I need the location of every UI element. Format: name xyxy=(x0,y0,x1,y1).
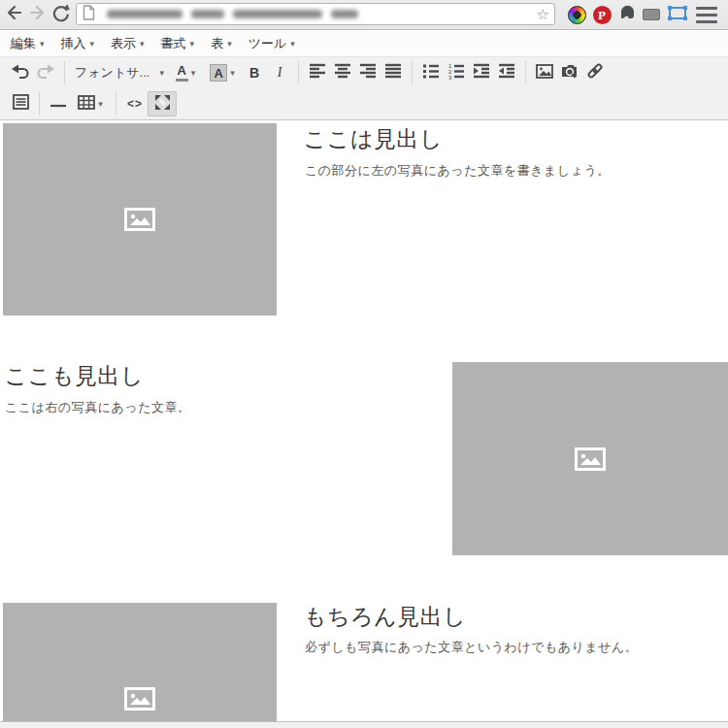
browser-window: ☆ P 編集 ▾ 挿入 xyxy=(0,0,728,728)
menu-insert[interactable]: 挿入 ▾ xyxy=(57,32,99,55)
bullet-list-button[interactable] xyxy=(418,60,444,85)
caret-down-icon: ▾ xyxy=(191,69,196,78)
back-button[interactable] xyxy=(4,4,25,25)
section-3-heading[interactable]: もちろん見出し xyxy=(304,602,466,632)
caret-down-icon: ▾ xyxy=(290,40,295,49)
align-left-icon xyxy=(309,62,326,83)
elephant-icon xyxy=(618,4,637,26)
font-size-label: フォントサ... xyxy=(75,64,149,82)
caret-down-icon: ▾ xyxy=(40,40,45,49)
align-justify-icon xyxy=(384,62,402,83)
menu-format-label: 書式 xyxy=(161,35,186,52)
bold-button[interactable]: B xyxy=(242,60,267,85)
toolbar-separator xyxy=(298,61,299,84)
align-center-icon xyxy=(334,62,351,83)
background-color-icon: A xyxy=(210,64,227,82)
menu-view[interactable]: 表示 ▾ xyxy=(107,32,149,55)
section-3-paragraph[interactable]: 必ずしも写真にあった文章というわけでもありません。 xyxy=(305,639,638,656)
text-color-icon: A xyxy=(176,64,188,82)
indent-button[interactable] xyxy=(494,60,519,85)
link-icon xyxy=(586,62,604,83)
back-arrow-icon xyxy=(5,3,24,26)
toolbar-row-2: ▾ <> xyxy=(0,88,728,119)
italic-button[interactable]: I xyxy=(267,60,292,85)
pinterest-extension-icon[interactable]: P xyxy=(592,5,612,24)
editor-content-area[interactable]: ここは見出し この部分に左の写真にあった文章を書きましょう。 ここも見出し ここ… xyxy=(0,120,728,721)
menu-table[interactable]: 表 ▾ xyxy=(207,32,236,55)
source-code-icon: <> xyxy=(127,97,143,111)
toolbar-row-1: フォントサ... ▾ A ▾ A ▾ B I xyxy=(0,57,728,88)
font-size-dropdown[interactable]: フォントサ... ▾ xyxy=(71,60,168,85)
selection-frame-icon xyxy=(667,5,688,25)
bookmark-star-icon[interactable]: ☆ xyxy=(537,7,549,21)
section-2-paragraph[interactable]: ここは右の写真にあった文章。 xyxy=(5,399,190,416)
forward-button[interactable] xyxy=(26,4,48,25)
align-center-button[interactable] xyxy=(330,60,355,85)
caret-down-icon: ▾ xyxy=(159,69,164,78)
menu-tools[interactable]: ツール ▾ xyxy=(245,32,299,55)
browser-menu-button[interactable] xyxy=(696,7,717,23)
menu-tools-label: ツール xyxy=(248,35,287,52)
align-left-button[interactable] xyxy=(305,60,330,85)
text-color-button[interactable]: A ▾ xyxy=(168,60,203,85)
caret-down-icon: ▾ xyxy=(98,100,103,109)
section-2-heading[interactable]: ここも見出し xyxy=(5,361,144,391)
section-1-paragraph[interactable]: この部分に左の写真にあった文章を書きましょう。 xyxy=(305,162,611,180)
fullscreen-button[interactable] xyxy=(148,91,177,116)
screenshot-extension-icon[interactable] xyxy=(668,5,687,24)
visual-blocks-button[interactable] xyxy=(8,91,33,116)
screen-extension-icon[interactable] xyxy=(642,5,661,24)
redo-button[interactable] xyxy=(33,60,58,85)
placeholder-image-icon xyxy=(575,447,606,471)
align-right-button[interactable] xyxy=(355,60,381,85)
caret-down-icon: ▾ xyxy=(227,40,232,49)
menu-format[interactable]: 書式 ▾ xyxy=(157,32,199,55)
align-justify-button[interactable] xyxy=(381,60,406,85)
outdent-button[interactable] xyxy=(469,60,494,85)
image-search-icon xyxy=(561,63,579,83)
align-right-icon xyxy=(359,62,377,83)
evernote-extension-icon[interactable] xyxy=(617,5,637,24)
color-wheel-icon xyxy=(568,6,586,24)
section-1-heading[interactable]: ここは見出し xyxy=(304,124,443,154)
image-icon xyxy=(536,64,553,83)
caret-down-icon: ▾ xyxy=(90,40,95,49)
numbered-list-icon: 123 xyxy=(447,62,465,83)
undo-icon xyxy=(11,62,30,83)
placeholder-image-icon xyxy=(124,208,155,231)
color-wheel-extension-icon[interactable] xyxy=(567,5,586,24)
editor-toolbar: フォントサ... ▾ A ▾ A ▾ B I xyxy=(0,57,728,120)
reload-icon xyxy=(51,3,71,26)
horizontal-rule-button[interactable] xyxy=(46,91,71,116)
forward-arrow-icon xyxy=(27,3,47,26)
menu-view-label: 表示 xyxy=(111,35,136,52)
undo-button[interactable] xyxy=(8,60,33,85)
numbered-list-button[interactable]: 123 xyxy=(444,60,469,85)
image-placeholder-1[interactable] xyxy=(3,123,277,315)
toolbar-separator xyxy=(64,61,65,84)
bullet-list-icon xyxy=(422,62,440,83)
address-bar[interactable]: ☆ xyxy=(76,3,555,25)
caret-down-icon: ▾ xyxy=(140,40,145,49)
horizontal-rule-icon xyxy=(50,95,67,113)
image-placeholder-2[interactable] xyxy=(452,362,728,555)
reload-button[interactable] xyxy=(50,4,72,25)
image-placeholder-3[interactable] xyxy=(3,603,277,728)
menu-edit[interactable]: 編集 ▾ xyxy=(7,32,49,55)
menu-table-label: 表 xyxy=(211,35,223,52)
page-icon xyxy=(83,5,95,24)
insert-image-button[interactable] xyxy=(532,60,557,85)
caret-down-icon: ▾ xyxy=(190,40,195,49)
table-button[interactable]: ▾ xyxy=(71,91,110,116)
table-icon xyxy=(78,95,95,114)
menu-edit-label: 編集 xyxy=(11,35,36,52)
image-search-button[interactable] xyxy=(557,60,582,85)
insert-link-button[interactable] xyxy=(582,60,608,85)
bold-icon: B xyxy=(249,65,259,81)
toolbar-separator xyxy=(525,61,526,84)
toolbar-separator xyxy=(116,92,116,116)
source-code-button[interactable]: <> xyxy=(122,91,148,116)
browser-toolbar: ☆ P xyxy=(0,0,728,30)
fullscreen-icon xyxy=(154,94,171,115)
background-color-button[interactable]: A ▾ xyxy=(203,60,242,85)
